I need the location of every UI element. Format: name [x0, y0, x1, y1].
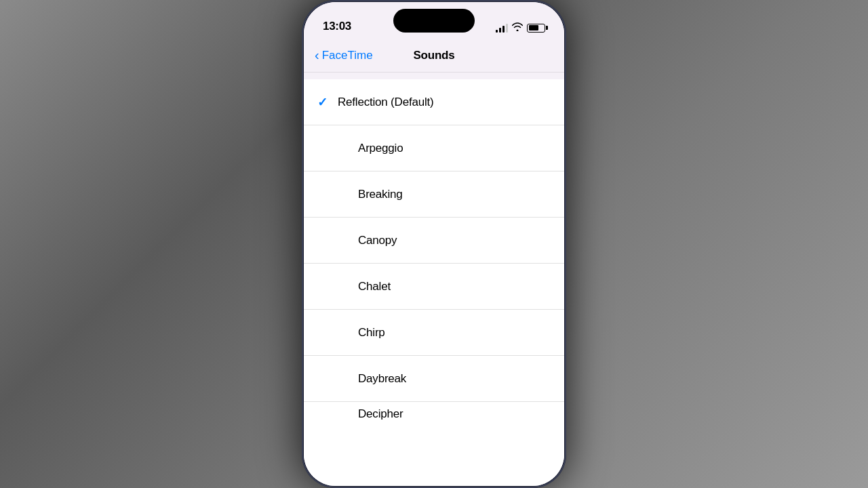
list-item[interactable]: Decipher: [304, 402, 564, 426]
item-label-daybreak: Daybreak: [358, 372, 406, 386]
dynamic-island: [393, 9, 475, 33]
wifi-icon: [512, 22, 523, 33]
back-button[interactable]: ‹ FaceTime: [315, 49, 373, 62]
signal-bar-1: [496, 30, 498, 33]
back-label: FaceTime: [322, 49, 373, 62]
status-time: 13:03: [323, 20, 351, 33]
item-label-chalet: Chalet: [358, 280, 391, 293]
item-label-reflection: Reflection (Default): [338, 96, 434, 109]
status-icons: [496, 22, 545, 33]
battery-icon: [527, 24, 545, 33]
item-label-canopy: Canopy: [358, 234, 397, 247]
phone-frame: 13:03: [302, 0, 566, 488]
signal-bar-3: [502, 26, 505, 33]
list-item[interactable]: Breaking: [304, 171, 564, 218]
checkmark-icon: ✓: [317, 95, 338, 110]
list-item[interactable]: Daybreak: [304, 356, 564, 402]
status-bar: 13:03: [304, 2, 564, 39]
battery-fill: [529, 25, 538, 30]
signal-bars-icon: [496, 23, 508, 33]
sounds-list[interactable]: ✓ Reflection (Default) Arpeggio Breaking…: [304, 79, 564, 486]
item-label-decipher: Decipher: [358, 407, 403, 421]
back-chevron-icon: ‹: [315, 48, 319, 62]
list-item[interactable]: Chalet: [304, 264, 564, 310]
item-label-arpeggio: Arpeggio: [358, 142, 403, 155]
signal-bar-2: [499, 28, 501, 33]
list-item[interactable]: Chirp: [304, 310, 564, 356]
nav-title: Sounds: [413, 49, 454, 62]
list-item[interactable]: ✓ Reflection (Default): [304, 79, 564, 125]
item-label-chirp: Chirp: [358, 326, 385, 340]
phone-screen: 13:03: [304, 2, 564, 486]
signal-bar-4: [506, 24, 508, 33]
nav-bar: ‹ FaceTime Sounds: [304, 39, 564, 73]
item-label-breaking: Breaking: [358, 188, 403, 201]
list-item[interactable]: Canopy: [304, 218, 564, 264]
list-item[interactable]: Arpeggio: [304, 125, 564, 171]
